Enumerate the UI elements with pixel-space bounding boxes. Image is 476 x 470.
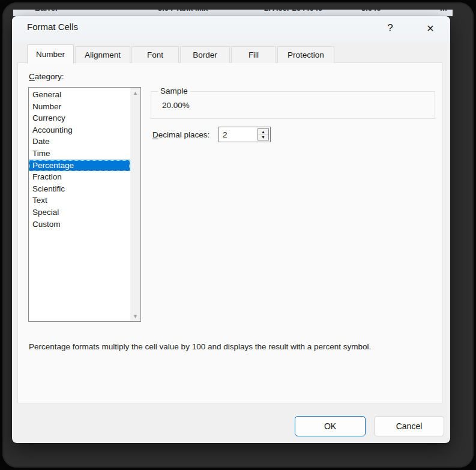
spreadsheet-cell-fragment: 3.646 xyxy=(361,10,381,13)
category-item-time[interactable]: Time xyxy=(29,148,130,160)
spinner-up-icon[interactable]: ▲ xyxy=(258,129,268,134)
category-item-custom[interactable]: Custom xyxy=(29,218,130,230)
cancel-button[interactable]: Cancel xyxy=(374,416,444,436)
decimal-label-rest: ecimal places: xyxy=(158,130,210,139)
decimal-mnemonic: D xyxy=(152,130,158,139)
spreadsheet-cell-fragment: 2. Acer 2644646 xyxy=(264,10,322,13)
category-listbox: General Number Currency Accounting Date … xyxy=(28,87,141,322)
decimal-places-spinner: ▲ ▼ xyxy=(218,127,271,142)
category-mnemonic: C xyxy=(29,72,35,81)
tab-alignment[interactable]: Alignment xyxy=(75,46,130,63)
category-item-general[interactable]: General xyxy=(29,89,130,101)
decimal-places-input[interactable] xyxy=(219,127,256,142)
category-item-scientific[interactable]: Scientific xyxy=(29,183,130,195)
spreadsheet-cell-fragment: Barrel xyxy=(35,10,58,13)
spinner-down-icon[interactable]: ▼ xyxy=(258,134,268,140)
spreadsheet-row-sliver: Barrel 3.64 Tank Mix 2. Acer 2644646 3.6… xyxy=(13,10,453,16)
category-item-fraction[interactable]: Fraction xyxy=(29,171,130,183)
category-item-accounting[interactable]: Accounting xyxy=(29,124,130,136)
help-icon[interactable]: ? xyxy=(381,19,400,38)
category-item-date[interactable]: Date xyxy=(29,136,130,148)
category-item-percentage[interactable]: Percentage xyxy=(29,160,130,172)
category-item-special[interactable]: Special xyxy=(29,206,130,218)
scroll-up-icon[interactable]: ▲ xyxy=(130,88,140,98)
dialog-titlebar[interactable]: Format Cells ? ✕ xyxy=(12,16,450,43)
tab-fill[interactable]: Fill xyxy=(231,46,276,63)
tab-font[interactable]: Font xyxy=(131,46,179,63)
ok-button[interactable]: OK xyxy=(295,416,366,436)
listbox-scrollbar[interactable]: ▲ ▼ xyxy=(130,88,140,321)
tab-border[interactable]: Border xyxy=(180,46,230,63)
sample-groupbox: Sample 20.00% xyxy=(151,91,435,119)
number-tab-page: Category: General Number Currency Accoun… xyxy=(17,62,442,403)
dialog-title: Format Cells xyxy=(27,22,78,32)
scroll-down-icon[interactable]: ▼ xyxy=(130,311,140,321)
sample-groupbox-label: Sample xyxy=(158,86,190,95)
category-item-number[interactable]: Number xyxy=(29,101,130,113)
tab-protection[interactable]: Protection xyxy=(277,46,334,63)
sample-value: 20.00% xyxy=(162,101,190,110)
category-item-currency[interactable]: Currency xyxy=(29,112,130,124)
category-item-text[interactable]: Text xyxy=(29,194,130,206)
tab-strip: Number Alignment Font Border Fill Protec… xyxy=(27,44,334,63)
spreadsheet-cell-fragment: m xyxy=(440,10,447,13)
spinner-buttons: ▲ ▼ xyxy=(258,128,269,140)
category-label: Category: xyxy=(29,72,64,81)
close-icon[interactable]: ✕ xyxy=(421,19,440,38)
spreadsheet-cell-fragment: 3.64 Tank Mix xyxy=(158,10,208,13)
category-label-rest: ategory: xyxy=(35,72,64,81)
tab-number[interactable]: Number xyxy=(27,44,74,64)
decimal-places-label: Decimal places: xyxy=(152,130,209,139)
format-cells-dialog: Format Cells ? ✕ Number Alignment Font B… xyxy=(12,16,450,443)
format-description-text: Percentage formats multiply the cell val… xyxy=(29,342,371,351)
category-list: General Number Currency Accounting Date … xyxy=(29,89,130,230)
